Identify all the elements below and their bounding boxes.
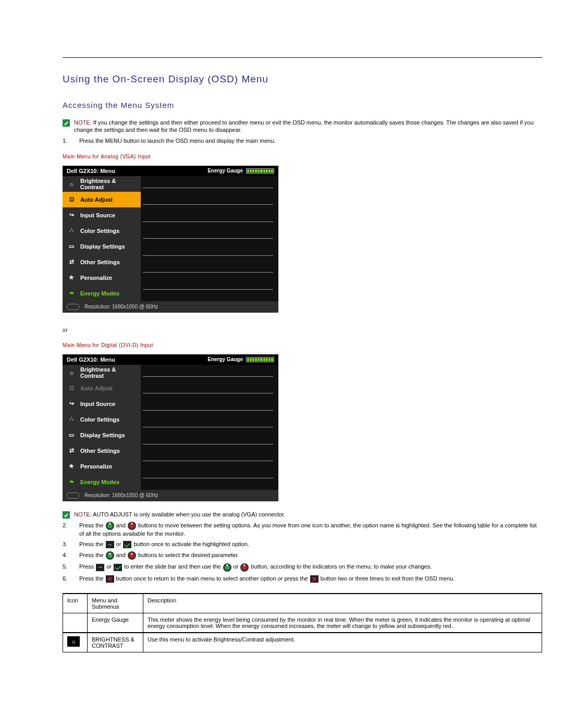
osd-item-brightness[interactable]: ☼Brightness & Contrast — [63, 365, 141, 380]
osd-item-brightness[interactable]: ☼Brightness & Contrast — [63, 176, 141, 192]
note-icon — [63, 511, 70, 519]
osd-submenu-area — [141, 365, 278, 490]
th-menu: Menu and Submenus — [88, 594, 143, 613]
note-icon — [63, 119, 70, 127]
osd-footer: Resolution: 1680x1050 @ 60Hz — [63, 301, 278, 313]
osd-item-personalize[interactable]: ★Personalize — [63, 270, 141, 286]
input-source-icon: ↪ — [67, 211, 76, 219]
osd-item-color-settings[interactable]: ∴Color Settings — [63, 223, 141, 239]
osd-item-energy-modes[interactable]: ❧Energy Modes — [63, 286, 141, 301]
or-label: or — [63, 327, 542, 333]
osd-item-personalize[interactable]: ★Personalize — [63, 459, 141, 474]
auto-adjust-icon: ⊡ — [67, 384, 76, 392]
osd-resolution: Resolution: 1680x1050 @ 60Hz — [84, 304, 158, 310]
osd-title: Dell G2X10: Menu — [67, 168, 115, 174]
step-1: 1. Press the MENU button to launch the O… — [63, 137, 542, 144]
exit-button-icon — [106, 575, 114, 583]
enter-button-icon: → — [96, 564, 104, 571]
osd-item-other-settings[interactable]: ⇄Other Settings — [63, 443, 141, 459]
personalize-icon: ★ — [67, 462, 76, 471]
step-5: 5. Press → or to enter the slide bar and… — [63, 563, 542, 571]
dell-logo — [67, 304, 79, 310]
note-label: NOTE: — [74, 511, 92, 517]
caption-dvi: Main Menu for Digital (DVI-D) Input — [63, 342, 542, 348]
section-heading: Using the On-Screen Display (OSD) Menu — [63, 73, 542, 85]
up-button-icon: ˄ — [128, 522, 136, 530]
note-1: NOTE: If you change the settings and the… — [63, 119, 542, 134]
note-text: If you change the settings and then eith… — [74, 119, 534, 133]
table-row: ☼ BRIGHTNESS & CONTRAST Use this menu to… — [63, 633, 542, 652]
osd-item-input-source[interactable]: ↪Input Source — [63, 396, 141, 412]
energy-gauge-label: Energy Gauge — [207, 356, 243, 362]
energy-gauge-label: Energy Gauge — [207, 168, 243, 174]
osd-resolution: Resolution: 1680x1050 @ 60Hz — [84, 492, 158, 498]
osd-menu-list: ☼Brightness & Contrast ⊡Auto Adjust ↪Inp… — [63, 176, 141, 301]
note-2: NOTE: AUTO ADJUST is only available when… — [63, 511, 542, 519]
energy-gauge — [246, 168, 274, 174]
up-button-icon: ˄ — [128, 551, 136, 560]
enter-button-icon: → — [106, 541, 114, 548]
table-row: Energy Gauge This meter shows the energy… — [63, 613, 542, 633]
down-button-icon: ˅ — [106, 551, 114, 560]
brightness-icon: ☼ — [67, 180, 76, 188]
display-settings-icon: ▭ — [67, 431, 76, 439]
step-3: 3. Press the → or button once to activat… — [63, 540, 542, 548]
down-button-icon: ˅ — [223, 563, 231, 572]
osd-item-energy-modes[interactable]: ❧Energy Modes — [63, 474, 141, 490]
color-settings-icon: ∴ — [67, 415, 76, 424]
ok-button-icon — [123, 541, 131, 548]
energy-gauge — [246, 357, 274, 362]
osd-item-input-source[interactable]: ↪Input Source — [63, 207, 141, 223]
brightness-icon: ☼ — [67, 368, 76, 377]
exit-button-icon — [310, 575, 319, 583]
note-label: NOTE: — [74, 119, 92, 126]
other-settings-icon: ⇄ — [67, 258, 76, 266]
osd-item-display-settings[interactable]: ▭Display Settings — [63, 239, 141, 254]
up-button-icon: ˄ — [240, 563, 249, 572]
osd-menu-vga: Dell G2X10: Menu Energy Gauge ☼Brightnes… — [63, 166, 278, 313]
th-icon: Icon — [63, 594, 88, 613]
ok-button-icon — [114, 564, 122, 571]
osd-menu-list: ☼Brightness & Contrast ⊡Auto Adjust ↪Inp… — [63, 365, 141, 490]
osd-item-other-settings[interactable]: ⇄Other Settings — [63, 254, 141, 270]
description-table: Icon Menu and Submenus Description Energ… — [63, 593, 542, 652]
step-2: 2. Press the ˅ and ˄ buttons to move bet… — [63, 522, 542, 537]
osd-title: Dell G2X10: Menu — [67, 356, 115, 363]
osd-item-display-settings[interactable]: ▭Display Settings — [63, 427, 141, 443]
down-button-icon: ˅ — [106, 522, 114, 530]
osd-footer: Resolution: 1680x1050 @ 60Hz — [63, 490, 278, 501]
energy-modes-icon: ❧ — [67, 289, 76, 298]
subsection-heading: Accessing the Menu System — [63, 101, 542, 109]
personalize-icon: ★ — [67, 274, 76, 282]
osd-submenu-area — [141, 176, 278, 301]
osd-item-auto-adjust: ⊡Auto Adjust — [63, 380, 141, 396]
other-settings-icon: ⇄ — [67, 447, 76, 455]
step-6: 6. Press the button once to return to th… — [63, 575, 542, 583]
display-settings-icon: ▭ — [67, 242, 76, 251]
energy-modes-icon: ❧ — [67, 478, 76, 486]
osd-item-auto-adjust[interactable]: ⊡Auto Adjust — [63, 192, 141, 207]
color-settings-icon: ∴ — [67, 227, 76, 235]
step-4: 4. Press the ˅ and ˄ buttons to select t… — [63, 551, 542, 560]
auto-adjust-icon: ⊡ — [67, 195, 76, 204]
osd-menu-dvi: Dell G2X10: Menu Energy Gauge ☼Brightnes… — [63, 354, 278, 501]
brightness-icon: ☼ — [67, 636, 80, 647]
section-rule — [63, 57, 542, 58]
note-text: AUTO ADJUST is only available when you u… — [93, 511, 285, 517]
caption-vga: Main Menu for Analog (VGA) Input — [63, 154, 542, 159]
dell-logo — [67, 492, 79, 499]
input-source-icon: ↪ — [67, 400, 76, 408]
th-desc: Description — [143, 594, 542, 613]
osd-item-color-settings[interactable]: ∴Color Settings — [63, 412, 141, 427]
